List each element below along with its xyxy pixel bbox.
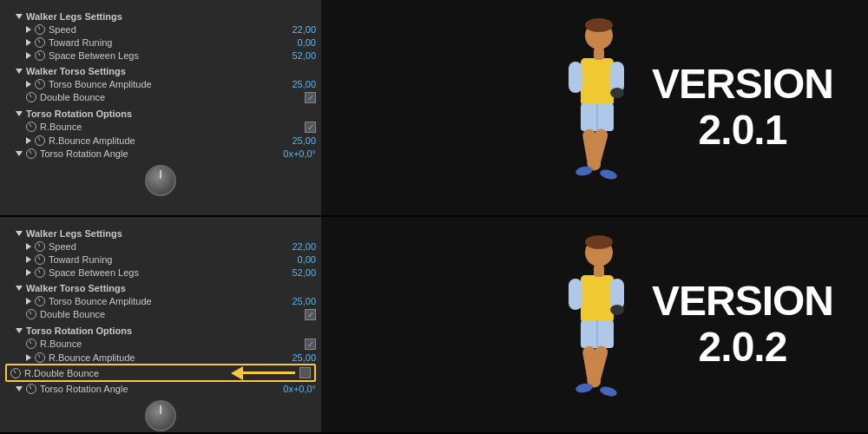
svg-rect-2 (581, 58, 614, 106)
legs-settings-label: Walker Legs Settings (26, 11, 316, 22)
torso-angle-row-1: Torso Rotation Angle 0x+0,0° (5, 147, 316, 160)
torso-angle-label-1: Torso Rotation Angle (40, 148, 281, 159)
toward-label-1: Toward Runing (49, 37, 281, 48)
rbounce-label-1: R.Bounce (40, 122, 305, 132)
rbounce-checkbox-1[interactable] (305, 122, 316, 133)
clock-icon-space-1 (35, 50, 45, 61)
rbounce-amp-label-1: R.Bounce Amplitude (49, 135, 281, 146)
clock-icon-double-2 (26, 309, 36, 319)
triangle-down-icon-5 (16, 231, 23, 236)
torso-angle-label-2: Torso Rotation Angle (40, 384, 281, 394)
legs-settings-header-1: Walker Legs Settings (5, 10, 316, 23)
animation-area-1: VERSION2.0.1 (321, 0, 868, 215)
rbounce-amp-row-2: R.Bounce Amplitude 25,00 (5, 351, 316, 364)
speed-value-2: 22,00 (281, 241, 316, 252)
rbounce-row-1: R.Bounce (5, 120, 316, 134)
new-feature-arrow (231, 366, 295, 380)
svg-point-5 (610, 88, 624, 98)
toward-row-1: Toward Runing 0,00 (5, 36, 316, 49)
rbounce-amp-value-2: 25,00 (281, 352, 316, 363)
clock-icon-toward-1 (35, 37, 45, 48)
torso-rotation-header-1: Torso Rotation Options (5, 107, 316, 120)
legs-settings-label-2: Walker Legs Settings (26, 228, 316, 239)
dial-1[interactable] (145, 165, 176, 196)
torso-bounce-value-2: 25,00 (281, 296, 316, 306)
triangle-right-icon-6 (26, 243, 31, 250)
rbounce-row-2: R.Bounce (5, 337, 316, 351)
speed-label-1: Speed (49, 24, 281, 35)
rbounce-amp-label-2: R.Bounce Amplitude (49, 352, 281, 363)
triangle-right-icon-4 (26, 81, 31, 88)
version-text-1: VERSION2.0.1 (652, 62, 833, 154)
dial-container-1 (5, 160, 316, 201)
toward-value-2: 0,00 (281, 254, 316, 265)
clock-icon-rbounce-2 (26, 339, 36, 349)
torso-settings-header-1: Walker Torso Settings (5, 64, 316, 77)
space-label-2: Space Between Legs (49, 267, 281, 278)
triangle-right-icon-7 (26, 256, 31, 263)
clock-icon-rdouble-2 (10, 368, 21, 378)
triangle-right-icon-2 (26, 39, 31, 46)
toward-value-1: 0,00 (281, 37, 316, 48)
panel-version-1: Walker Legs Settings Speed 22,00 Toward … (0, 0, 868, 217)
svg-point-18 (610, 305, 624, 315)
arrow-shaft (243, 372, 295, 374)
svg-point-14 (585, 235, 613, 249)
torso-bounce-label-2: Torso Bounce Amplitude (49, 296, 281, 306)
animation-area-2: VERSION2.0.2 (321, 217, 868, 432)
space-label-1: Space Between Legs (49, 50, 281, 61)
torso-bounce-row-2: Torso Bounce Amplitude 25,00 (5, 294, 316, 307)
svg-rect-16 (569, 279, 582, 310)
arrow-head-icon (231, 366, 243, 380)
rdouble-bounce-checkbox-2[interactable] (299, 367, 311, 378)
rdouble-bounce-container: R.Double Bounce (5, 364, 316, 382)
torso-rotation-label-2: Torso Rotation Options (26, 326, 316, 336)
walker-figure-2 (551, 233, 638, 416)
triangle-down-icon-4 (16, 151, 23, 156)
rbounce-checkbox-2[interactable] (305, 339, 316, 350)
triangle-down-icon-7 (16, 328, 23, 333)
speed-row-2: Speed 22,00 (5, 240, 316, 253)
speed-value-1: 22,00 (281, 24, 316, 35)
clock-icon-space-2 (35, 267, 45, 278)
triangle-down-icon-2 (16, 69, 23, 74)
panel-version-2: Walker Legs Settings Speed 22,00 Toward … (0, 217, 868, 434)
space-value-1: 52,00 (281, 50, 316, 61)
speed-label-2: Speed (49, 241, 281, 252)
clock-icon-rbounce-amp-2 (35, 352, 45, 363)
space-value-2: 52,00 (281, 267, 316, 278)
svg-rect-3 (569, 62, 582, 93)
space-row-2: Space Between Legs 52,00 (5, 266, 316, 279)
torso-angle-row-2: Torso Rotation Angle 0x+0,0° (5, 382, 316, 395)
svg-rect-15 (581, 275, 614, 323)
space-row-1: Space Between Legs 52,00 (5, 49, 316, 62)
triangle-right-icon-10 (26, 354, 31, 361)
walker-figure-1 (551, 16, 638, 199)
clock-icon-torso-2 (35, 296, 45, 306)
double-bounce-checkbox-1[interactable] (305, 92, 316, 103)
double-bounce-row-1: Double Bounce (5, 90, 316, 104)
triangle-right-icon-8 (26, 269, 31, 276)
clock-icon-speed-1 (35, 24, 45, 35)
double-bounce-row-2: Double Bounce (5, 307, 316, 321)
clock-icon-torso-1 (35, 79, 45, 89)
settings-panel-2: Walker Legs Settings Speed 22,00 Toward … (0, 217, 321, 432)
clock-icon-double-1 (26, 92, 36, 102)
rbounce-amp-row-1: R.Bounce Amplitude 25,00 (5, 134, 316, 147)
triangle-down-icon (16, 14, 23, 19)
triangle-down-icon-6 (16, 286, 23, 291)
double-bounce-checkbox-2[interactable] (305, 309, 316, 320)
clock-icon-angle-1 (26, 148, 36, 159)
toward-row-2: Toward Runing 0,00 (5, 253, 316, 266)
torso-settings-label-1: Walker Torso Settings (26, 66, 316, 76)
legs-settings-header-2: Walker Legs Settings (5, 227, 316, 240)
torso-settings-header-2: Walker Torso Settings (5, 281, 316, 294)
triangle-right-icon (26, 26, 31, 33)
triangle-right-icon-5 (26, 137, 31, 144)
rbounce-label-2: R.Bounce (40, 339, 305, 349)
triangle-right-icon-3 (26, 52, 31, 59)
clock-icon-rbounce-1 (26, 122, 36, 132)
torso-bounce-value-1: 25,00 (281, 79, 316, 89)
clock-icon-rbounce-amp-1 (35, 135, 45, 146)
dial-2[interactable] (145, 400, 176, 431)
